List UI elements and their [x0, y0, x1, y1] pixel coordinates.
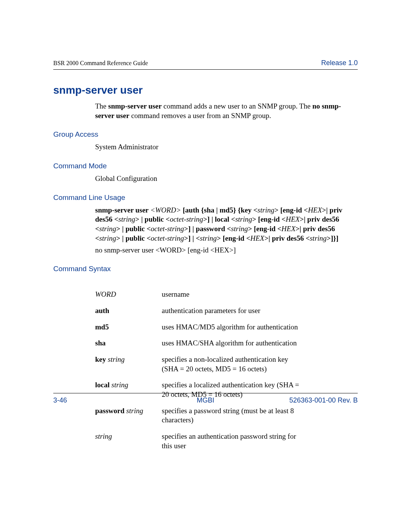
syntax-desc: specifies a password string (must be at … [162, 406, 306, 425]
u4: string [258, 206, 274, 214]
body-group-access: System Administrator [95, 142, 358, 152]
un3: [eng-id < [186, 246, 214, 254]
syntax-row: WORD username [95, 290, 358, 299]
syntax-desc: uses HMAC/MD5 algorithm for authenticati… [162, 323, 298, 332]
syntax-desc: username [162, 290, 190, 299]
intro-bold1: snmp-server user [108, 102, 162, 110]
page-header: BSR 2000 Command Reference Guide Release… [53, 59, 358, 70]
u26: octet-string [151, 234, 184, 242]
u29: > [eng-id < [217, 234, 250, 242]
syntax-row: sha uses HMAC/SHA algorithm for authenti… [95, 339, 358, 348]
u25: > | public < [116, 234, 151, 242]
syntax-row: md5 uses HMAC/MD5 algorithm for authenti… [95, 323, 358, 332]
u33: >]}] [327, 234, 338, 242]
syntax-row: password string specifies a password str… [95, 406, 358, 425]
u17: > | public < [116, 225, 151, 233]
un1: no snmp-server user [95, 246, 156, 254]
un2: <WORD> [156, 246, 186, 254]
u2: <WORD> [150, 206, 181, 214]
u32: string [310, 234, 327, 242]
syntax-term-bold: key [95, 355, 108, 363]
syntax-term-italic: string [126, 407, 143, 415]
page-footer: 3-46 MGBI 526363-001-00 Rev. B [53, 393, 358, 404]
intro-pre: The [95, 102, 108, 110]
u27: >] | < [184, 234, 200, 242]
u31: >| priv des56 < [264, 234, 310, 242]
u6: HEX [308, 206, 322, 214]
body-command-mode: Global Configuration [95, 174, 358, 184]
heading-cli-usage: Command Line Usage [53, 193, 358, 202]
u21: > [eng-id < [248, 225, 281, 233]
u10: octet-string [170, 215, 203, 223]
u22: HEX [282, 225, 296, 233]
syntax-term-italic: string [112, 381, 128, 389]
syntax-table: WORD username auth authentication parame… [95, 290, 358, 451]
u13: > [eng-id < [252, 215, 286, 223]
u3: [auth {sha | md5} {key < [181, 206, 257, 214]
un4: HEX [214, 246, 229, 254]
u18: octet-string [151, 225, 184, 233]
syntax-desc: uses HMAC/SHA algorithm for authenticati… [162, 339, 297, 348]
header-left: BSR 2000 Command Reference Guide [53, 60, 148, 67]
u30: HEX [250, 234, 264, 242]
syntax-term: sha [95, 339, 105, 347]
syntax-term-italic: string [108, 355, 124, 363]
u24: string [99, 234, 116, 242]
footer-center: MGBI [197, 396, 214, 404]
footer-right: 526363-001-00 Rev. B [289, 396, 358, 404]
intro-post: command removes a user from an SNMP grou… [129, 112, 271, 120]
u1: snmp-server user [95, 206, 150, 214]
heading-command-mode: Command Mode [53, 162, 358, 170]
u20: string [231, 225, 248, 233]
syntax-row: string specifies an authentication passw… [95, 432, 358, 451]
command-title: snmp-server user [53, 84, 358, 96]
intro-paragraph: The snmp-server user command adds a new … [95, 102, 358, 120]
heading-command-syntax: Command Syntax [53, 265, 358, 273]
syntax-desc: specifies a non-localized authentication… [162, 355, 306, 374]
u12: string [235, 215, 252, 223]
u5: > [eng-id < [274, 206, 308, 214]
u14: HEX [286, 215, 300, 223]
u8: string [118, 215, 135, 223]
heading-group-access: Group Access [53, 130, 358, 139]
footer-left: 3-46 [53, 396, 67, 404]
syntax-term: string [95, 432, 112, 440]
u16: string [99, 225, 116, 233]
syntax-term-bold: local [95, 381, 112, 389]
u11: >] | local < [203, 215, 235, 223]
cli-usage-text: snmp-server user <WORD> [auth {sha | md5… [95, 206, 358, 243]
u28: string [200, 234, 217, 242]
syntax-desc: specifies an authentication password str… [162, 432, 306, 451]
syntax-term: auth [95, 307, 109, 315]
syntax-term: WORD [95, 290, 116, 298]
u19: >] | password < [184, 225, 231, 233]
syntax-row: auth authentication parameters for user [95, 306, 358, 316]
u9: > | public < [135, 215, 170, 223]
syntax-term: md5 [95, 323, 109, 331]
header-right: Release 1.0 [321, 59, 358, 67]
un5: >] [229, 246, 236, 254]
syntax-desc: authentication parameters for user [162, 306, 260, 316]
cli-usage-no: no snmp-server user <WORD> [eng-id <HEX>… [95, 246, 358, 255]
syntax-row: key string specifies a non-localized aut… [95, 355, 358, 374]
syntax-term-bold: password [95, 407, 126, 415]
intro-mid1: command adds a new user to an SNMP group… [162, 102, 312, 110]
